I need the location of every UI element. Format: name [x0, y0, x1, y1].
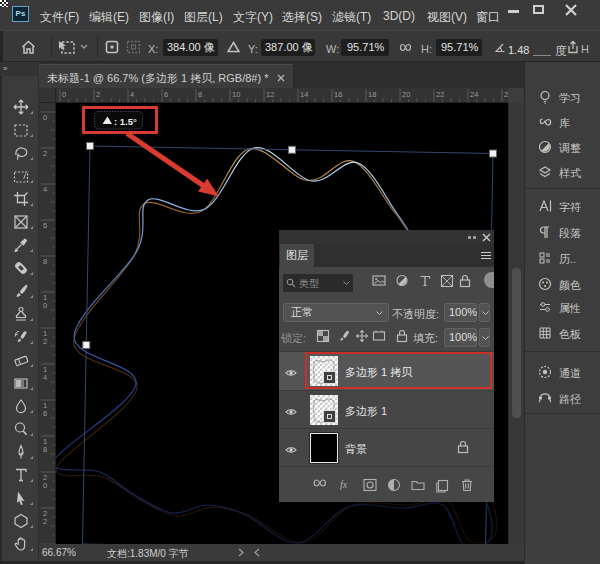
svg-text:22: 22 — [436, 90, 444, 99]
svg-text:0: 0 — [43, 481, 47, 490]
svg-text:4: 4 — [130, 90, 134, 99]
svg-text:2: 2 — [96, 90, 100, 99]
svg-text:: 1.5°: : 1.5° — [114, 116, 137, 127]
svg-text:26: 26 — [504, 90, 508, 99]
svg-text:16: 16 — [334, 90, 342, 99]
svg-text:2: 2 — [43, 517, 47, 526]
svg-text:fx: fx — [340, 479, 348, 490]
svg-text:2: 2 — [43, 337, 47, 346]
svg-text:18: 18 — [368, 90, 376, 99]
svg-text:0: 0 — [43, 113, 47, 122]
svg-text:6: 6 — [43, 409, 47, 418]
svg-text:6: 6 — [43, 221, 47, 230]
svg-text:10: 10 — [232, 90, 240, 99]
svg-text:2: 2 — [43, 149, 47, 158]
svg-text:8: 8 — [43, 445, 47, 454]
svg-text:6: 6 — [164, 90, 168, 99]
svg-text:0: 0 — [43, 301, 47, 310]
svg-text:8: 8 — [198, 90, 202, 99]
svg-text:4: 4 — [43, 373, 47, 382]
svg-text:20: 20 — [402, 90, 410, 99]
svg-text:4: 4 — [43, 185, 47, 194]
svg-text:24: 24 — [470, 90, 478, 99]
svg-text:8: 8 — [43, 257, 47, 266]
svg-text:0: 0 — [62, 90, 66, 99]
svg-text:14: 14 — [300, 90, 308, 99]
svg-text:12: 12 — [266, 90, 274, 99]
